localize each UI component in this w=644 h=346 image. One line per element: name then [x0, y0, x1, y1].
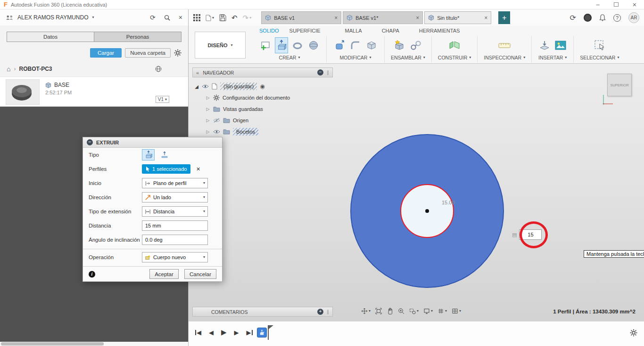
timeline-marker[interactable]	[257, 325, 277, 342]
collapsed-arrow-icon[interactable]: ▷	[206, 129, 210, 134]
drag-grip-icon[interactable]: ▤	[512, 232, 517, 238]
expand-arrow-icon[interactable]: ◢	[194, 84, 199, 89]
doc-tab-close-icon[interactable]: ×	[334, 15, 338, 21]
create-menu[interactable]: CREAR▾	[279, 55, 300, 60]
add-comment-icon[interactable]: +	[317, 309, 323, 315]
sketch-center-point[interactable]	[425, 209, 429, 213]
go-to-end-button[interactable]: ▶	[247, 329, 253, 336]
eye-icon[interactable]	[202, 84, 209, 89]
horizontal-scrollbar[interactable]	[0, 342, 188, 346]
play-button[interactable]: ▶	[221, 328, 227, 337]
pan-button[interactable]	[387, 307, 393, 314]
notifications-bell-icon[interactable]	[599, 14, 606, 21]
orbit-button[interactable]: ▾	[361, 308, 371, 314]
root-document-label[interactable]: (Sin guardar)	[220, 83, 257, 90]
collapsed-arrow-icon[interactable]: ▷	[206, 107, 210, 111]
doc-tab-base-v1[interactable]: BASE v1 ×	[261, 11, 341, 24]
help-icon[interactable]: ?	[613, 14, 621, 22]
insert-image-tool[interactable]	[554, 37, 567, 53]
tree-row-origin[interactable]: ▷ Origen	[194, 115, 290, 126]
select-menu[interactable]: SELECCIONAR▾	[580, 55, 619, 60]
scrollbar-thumb[interactable]	[1, 342, 104, 346]
redo-button[interactable]: ↷ ▾	[243, 14, 252, 21]
ribbon-tab-superficie[interactable]: SUPERFICIE	[289, 28, 321, 34]
measure-tool[interactable]	[497, 37, 512, 53]
data-settings-gear-icon[interactable]	[174, 49, 182, 57]
window-close-button[interactable]: ×	[633, 1, 636, 8]
tree-row-named-views[interactable]: ▷ Vistas guardadas	[194, 103, 290, 115]
timeline-extrude-feature[interactable]	[257, 328, 267, 338]
clear-selection-icon[interactable]: ×	[196, 165, 200, 173]
doc-tab-untitled[interactable]: Sin título* ×	[424, 11, 491, 24]
avatar[interactable]: AR	[628, 12, 639, 23]
home-icon[interactable]: ⌂	[7, 66, 10, 72]
save-button[interactable]	[219, 14, 226, 21]
app-grid-menu-icon[interactable]	[193, 14, 200, 21]
insert-decal-tool[interactable]	[538, 37, 551, 53]
operation-select[interactable]: Cuerpo nuevo ▾	[142, 252, 208, 262]
viewport-canvas[interactable]: 15.00 ▤ ⋮ Mantenga pulsada la tecla SUPE…	[189, 64, 644, 321]
collapsed-arrow-icon[interactable]: ▷	[206, 118, 210, 123]
inspect-menu[interactable]: INSPECCIONAR▾	[484, 55, 525, 60]
doc-tab-close-icon[interactable]: ×	[416, 15, 419, 21]
file-list-item[interactable]: BASE 2:52:17 PM V1 ▾	[0, 76, 188, 107]
extrude-thin-type-button[interactable]	[158, 149, 171, 160]
zoom-window-button[interactable]: ▾	[409, 308, 419, 314]
collapsed-arrow-icon[interactable]: ▷	[206, 95, 210, 100]
tab-datos[interactable]: Datos	[7, 32, 94, 42]
version-selector[interactable]: V1 ▾	[156, 96, 169, 103]
job-status-icon[interactable]	[584, 14, 592, 22]
tree-row-sketches[interactable]: ▷ Bocetos	[194, 126, 290, 137]
tab-personas[interactable]: Personas	[94, 32, 181, 42]
ribbon-tab-malla[interactable]: MALLA	[345, 28, 362, 34]
extrude-tool[interactable]	[275, 37, 288, 53]
active-component-radio[interactable]: ◉	[260, 83, 264, 90]
extrude-dialog[interactable]: − EXTRUIR Tipo Perfiles 1 seleccionado ×…	[83, 137, 223, 282]
extent-type-select[interactable]: Distancia ▾	[142, 206, 208, 217]
construct-plane-tool[interactable]	[448, 37, 461, 53]
sync-status-icon[interactable]: ⟳	[570, 14, 576, 22]
extrude-dialog-header[interactable]: − EXTRUIR	[83, 137, 222, 148]
new-component-tool[interactable]	[393, 37, 406, 53]
eye-icon[interactable]	[213, 129, 220, 134]
upload-button[interactable]: Cargar	[90, 48, 122, 58]
fit-view-button[interactable]	[375, 308, 382, 314]
info-icon[interactable]: i	[89, 271, 95, 278]
grid-settings-button[interactable]: ▾	[438, 308, 447, 314]
select-tool[interactable]	[593, 37, 606, 53]
user-menu[interactable]: ALEX RAMOS RAYMUNDO	[17, 14, 88, 21]
tree-row-document-settings[interactable]: ▷ Configuración del documento	[194, 92, 290, 103]
new-folder-button[interactable]: Nueva carpeta	[125, 48, 171, 58]
eye-off-icon[interactable]	[213, 118, 220, 123]
zoom-button[interactable]	[398, 308, 405, 314]
ribbon-tab-chapa[interactable]: CHAPA	[382, 28, 399, 34]
panel-resize-handle[interactable]: ∥	[327, 70, 329, 75]
go-to-start-button[interactable]: ◀	[195, 329, 201, 336]
globe-icon[interactable]	[155, 66, 162, 72]
timeline-settings-gear-icon[interactable]	[630, 329, 637, 337]
new-document-button[interactable]: +	[498, 11, 510, 24]
construct-menu[interactable]: CONSTRUIR▾	[438, 55, 471, 60]
extrude-solid-type-button[interactable]	[142, 149, 155, 160]
ok-button[interactable]: Aceptar	[149, 269, 179, 279]
doc-tab-close-icon[interactable]: ×	[484, 15, 487, 21]
fillet-tool[interactable]	[349, 37, 362, 53]
search-icon[interactable]	[164, 15, 170, 21]
tree-row-root[interactable]: ◢ (Sin guardar) ◉	[194, 81, 290, 92]
start-select[interactable]: Plano de perfil ▾	[142, 178, 208, 188]
doc-tab-base-v1-modified[interactable]: BASE v1* ×	[343, 11, 423, 24]
insert-menu[interactable]: INSERTAR▾	[538, 55, 567, 60]
minimize-panel-icon[interactable]: −	[317, 69, 323, 76]
design-workspace-menu[interactable]: DISEÑO ▾	[195, 32, 246, 59]
breadcrumb-project[interactable]: ROBOT-PC3	[19, 66, 52, 72]
file-thumbnail[interactable]	[6, 79, 40, 105]
distance-input[interactable]	[142, 220, 208, 231]
modify-menu[interactable]: MODIFICAR▾	[340, 55, 372, 60]
collapse-panel-icon[interactable]: «	[196, 70, 199, 76]
profiles-selection-badge[interactable]: 1 seleccionado	[142, 164, 190, 174]
close-panel-button[interactable]: ×	[179, 14, 182, 21]
file-menu-button[interactable]: ▾	[206, 15, 214, 21]
step-forward-button[interactable]: ▶	[234, 329, 239, 336]
primitive-tool[interactable]	[307, 37, 320, 53]
ribbon-tab-herramientas[interactable]: HERRAMIENTAS	[419, 28, 460, 34]
